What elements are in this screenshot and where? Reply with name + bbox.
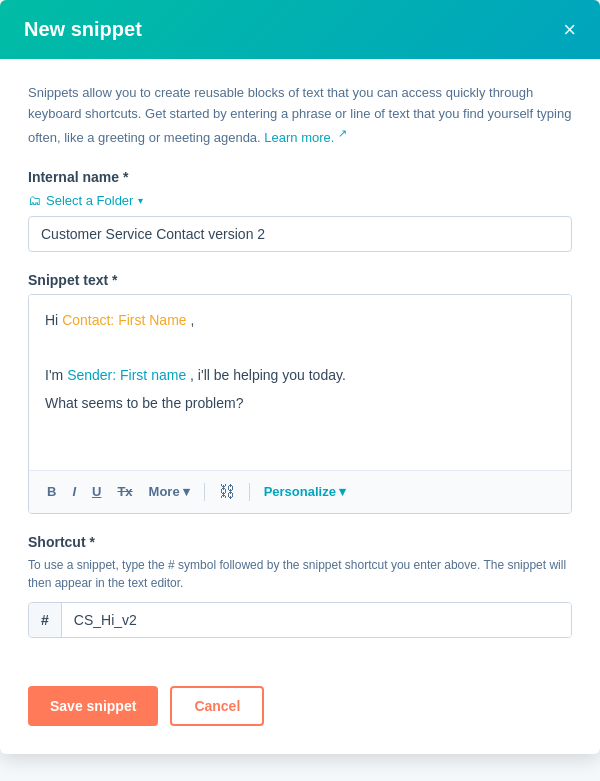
close-button[interactable]: × — [563, 19, 576, 41]
external-link-icon: ↗ — [338, 127, 347, 139]
shortcut-prefix: # — [29, 603, 62, 637]
modal-footer: Save snippet Cancel — [0, 686, 600, 754]
editor-line-3: What seems to be the problem? — [45, 392, 555, 416]
contact-first-name-token: Contact: First Name — [62, 312, 186, 328]
shortcut-input[interactable] — [62, 603, 571, 637]
editor-line-2: I'm Sender: First name , i'll be helping… — [45, 364, 555, 388]
sender-first-name-token: Sender: First name — [67, 367, 186, 383]
more-chevron-icon: ▾ — [183, 484, 190, 499]
learn-more-link[interactable]: Learn more. ↗ — [264, 130, 347, 145]
internal-name-group: Internal name * 🗂 Select a Folder ▾ — [28, 169, 572, 252]
personalize-button[interactable]: Personalize ▾ — [258, 480, 352, 503]
cancel-button[interactable]: Cancel — [170, 686, 264, 726]
underline-button[interactable]: U — [86, 480, 107, 503]
modal-title: New snippet — [24, 18, 142, 41]
info-text: Snippets allow you to create reusable bl… — [28, 83, 572, 149]
chevron-down-icon: ▾ — [138, 195, 143, 206]
internal-name-label: Internal name * — [28, 169, 572, 185]
link-button[interactable]: ⛓ — [213, 479, 241, 505]
toolbar-separator — [204, 483, 205, 501]
editor-toolbar: B I U Tx More ▾ ⛓ Personalize ▾ — [29, 470, 571, 513]
snippet-text-label: Snippet text * — [28, 272, 572, 288]
folder-label: Select a Folder — [46, 193, 133, 208]
shortcut-label: Shortcut * — [28, 534, 572, 550]
toolbar-separator-2 — [249, 483, 250, 501]
shortcut-hint: To use a snippet, type the # symbol foll… — [28, 556, 572, 592]
folder-icon: 🗂 — [28, 193, 41, 208]
strikethrough-button[interactable]: Tx — [111, 480, 138, 503]
bold-button[interactable]: B — [41, 480, 62, 503]
modal-body: Snippets allow you to create reusable bl… — [0, 59, 600, 686]
editor-line-1: Hi Contact: First Name , — [45, 309, 555, 333]
snippet-editor: Hi Contact: First Name , I'm Sender: Fir… — [28, 294, 572, 514]
italic-button[interactable]: I — [66, 480, 82, 503]
editor-line-blank — [45, 337, 555, 361]
internal-name-input[interactable] — [28, 216, 572, 252]
shortcut-input-wrapper: # — [28, 602, 572, 638]
personalize-chevron-icon: ▾ — [339, 484, 346, 499]
folder-select-container: 🗂 Select a Folder ▾ — [28, 191, 572, 216]
shortcut-group: Shortcut * To use a snippet, type the # … — [28, 534, 572, 638]
new-snippet-modal: New snippet × Snippets allow you to crea… — [0, 0, 600, 754]
save-snippet-button[interactable]: Save snippet — [28, 686, 158, 726]
more-button[interactable]: More ▾ — [143, 480, 196, 503]
snippet-text-group: Snippet text * Hi Contact: First Name , … — [28, 272, 572, 514]
select-folder-button[interactable]: 🗂 Select a Folder ▾ — [28, 193, 143, 208]
editor-content-area[interactable]: Hi Contact: First Name , I'm Sender: Fir… — [29, 295, 571, 470]
modal-header: New snippet × — [0, 0, 600, 59]
